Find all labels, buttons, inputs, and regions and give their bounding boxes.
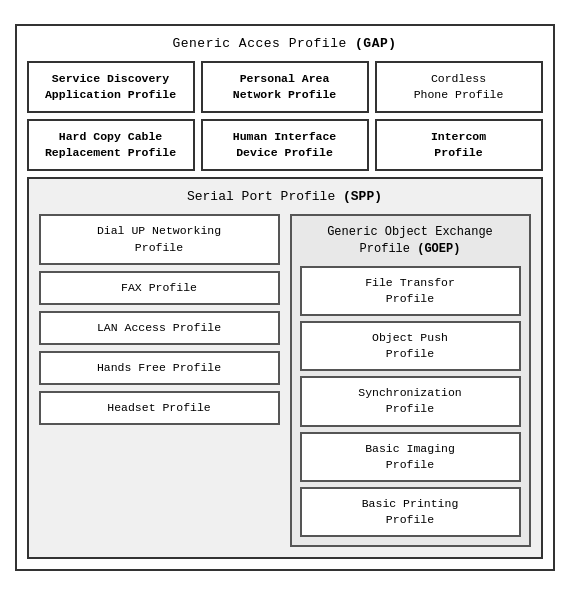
cpp-label: CordlessPhone Profile — [414, 72, 504, 101]
hfp-label: Hands Free Profile — [97, 361, 221, 374]
opp-box: Object PushProfile — [300, 321, 521, 371]
hccrp-label: Hard Copy CableReplacement Profile — [45, 130, 176, 159]
goep-items: File TransforProfile Object PushProfile … — [300, 266, 521, 537]
ftp-label: File TransforProfile — [365, 276, 455, 305]
top-row-2: Hard Copy CableReplacement Profile Human… — [27, 119, 543, 171]
dunp-label: Dial UP NetworkingProfile — [97, 224, 221, 253]
top-row-1: Service DiscoveryApplication Profile Per… — [27, 61, 543, 113]
fax-box: FAX Profile — [39, 271, 280, 305]
spp-title: Serial Port Profile (SPP) — [39, 189, 531, 204]
goep-title: Generic Object ExchangeProfile (GOEP) — [300, 224, 521, 258]
panp-box: Personal AreaNetwork Profile — [201, 61, 369, 113]
spp-inner: Dial UP NetworkingProfile FAX Profile LA… — [39, 214, 531, 547]
goep-container: Generic Object ExchangeProfile (GOEP) Fi… — [290, 214, 531, 547]
goep-acronym: (GOEP) — [417, 242, 460, 256]
bip-label: Basic ImagingProfile — [365, 442, 455, 471]
headset-box: Headset Profile — [39, 391, 280, 425]
main-container: Generic Acces Profile (GAP) Service Disc… — [15, 24, 555, 571]
lan-box: LAN Access Profile — [39, 311, 280, 345]
fax-label: FAX Profile — [121, 281, 197, 294]
spp-container: Serial Port Profile (SPP) Dial UP Networ… — [27, 177, 543, 559]
sync-label: SynchronizationProfile — [358, 386, 462, 415]
sdap-box: Service DiscoveryApplication Profile — [27, 61, 195, 113]
cpp-box: CordlessPhone Profile — [375, 61, 543, 113]
intercom-box: IntercomProfile — [375, 119, 543, 171]
opp-label: Object PushProfile — [372, 331, 448, 360]
gap-acronym: (GAP) — [355, 36, 397, 51]
intercom-label: IntercomProfile — [431, 130, 486, 159]
hfp-box: Hands Free Profile — [39, 351, 280, 385]
sync-box: SynchronizationProfile — [300, 376, 521, 426]
lan-label: LAN Access Profile — [97, 321, 221, 334]
hccrp-box: Hard Copy CableReplacement Profile — [27, 119, 195, 171]
bpp-box: Basic PrintingProfile — [300, 487, 521, 537]
hidp-box: Human InterfaceDevice Profile — [201, 119, 369, 171]
left-column: Dial UP NetworkingProfile FAX Profile LA… — [39, 214, 280, 547]
headset-label: Headset Profile — [107, 401, 211, 414]
sdap-label: Service DiscoveryApplication Profile — [45, 72, 176, 101]
bip-box: Basic ImagingProfile — [300, 432, 521, 482]
spp-acronym: (SPP) — [343, 189, 382, 204]
panp-label: Personal AreaNetwork Profile — [233, 72, 337, 101]
gap-title: Generic Acces Profile (GAP) — [27, 36, 543, 51]
bpp-label: Basic PrintingProfile — [362, 497, 459, 526]
hidp-label: Human InterfaceDevice Profile — [233, 130, 337, 159]
dunp-box: Dial UP NetworkingProfile — [39, 214, 280, 264]
ftp-box: File TransforProfile — [300, 266, 521, 316]
